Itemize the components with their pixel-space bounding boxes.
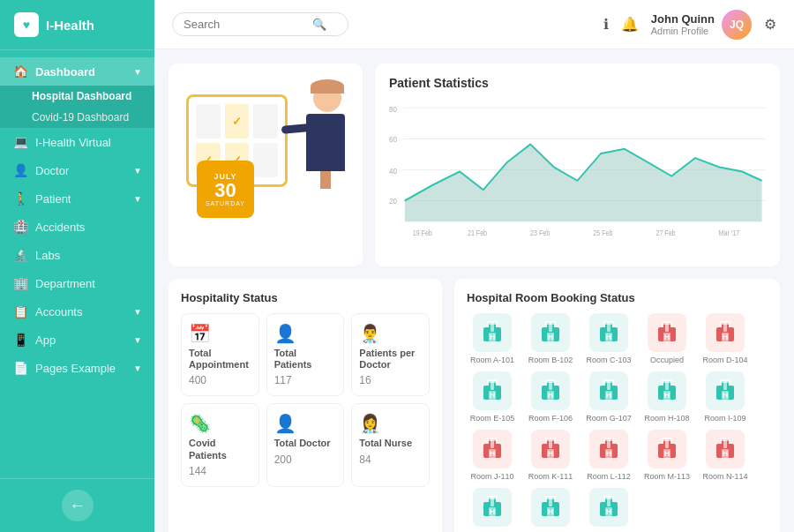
sidebar-item-app[interactable]: 📱 App ▼ xyxy=(0,326,154,354)
room-item[interactable]: H Room H-108 xyxy=(641,371,693,423)
hosp-label: Total Appointment xyxy=(189,348,251,371)
sidebar-item-pages[interactable]: 📄 Pages Example ▼ xyxy=(0,354,154,382)
chevron-down-icon: ▼ xyxy=(133,307,142,317)
sidebar-item-labs[interactable]: 🔬 Labs xyxy=(0,241,154,269)
sidebar-item-dashboard[interactable]: 🏠 Dashboard ▼ xyxy=(0,57,154,86)
patients-icon: 👤 xyxy=(274,323,337,344)
sidebar-sub-hospital[interactable]: Hospital Dashboard xyxy=(0,86,154,107)
gear-icon[interactable]: ⚙ xyxy=(764,16,776,33)
search-icon[interactable]: 🔍 xyxy=(312,18,326,31)
sidebar-item-label: Department xyxy=(35,277,95,290)
chevron-down-icon: ▼ xyxy=(133,363,142,373)
stats-card: Patient Statistics 80 60 40 20 xyxy=(375,64,780,266)
svg-text:H: H xyxy=(664,333,670,341)
app-icon: 📱 xyxy=(12,333,28,347)
sidebar-logo[interactable]: ♥ I-Health xyxy=(0,0,154,50)
hosp-item-patients: 👤 Total Patients 117 xyxy=(266,313,345,396)
sidebar-item-label: Dashboard xyxy=(35,65,95,79)
hosp-item-nurse: 👩‍⚕️ Total Nurse 84 xyxy=(351,403,430,486)
room-item[interactable]: H Room A-101 xyxy=(467,313,518,364)
header-user[interactable]: John Quinn Admin Profile JQ xyxy=(651,10,752,40)
bell-icon[interactable]: 🔔 xyxy=(621,16,639,33)
sidebar-item-label: Pages Example xyxy=(35,362,116,375)
info-icon[interactable]: ℹ xyxy=(603,16,609,33)
room-label: Room M-113 xyxy=(644,472,690,481)
chevron-down-icon: ▼ xyxy=(133,166,142,176)
room-item[interactable]: H Room Q-117 xyxy=(583,488,634,532)
hosp-label: Total Patients xyxy=(274,348,337,371)
room-item[interactable]: H Room G-107 xyxy=(583,371,634,423)
logo-text: I-Health xyxy=(46,18,94,33)
hosp-value: 84 xyxy=(359,453,422,466)
hosp-value: 16 xyxy=(359,374,422,386)
sidebar-item-accidents[interactable]: 🏥 Accidents xyxy=(0,213,154,241)
room-item[interactable]: H Room O-115 xyxy=(467,488,518,532)
sidebar-item-virtual[interactable]: 💻 I-Health Virtual xyxy=(0,128,154,156)
hosp-label: Total Doctor xyxy=(274,438,337,449)
room-item[interactable]: H Room M-113 xyxy=(641,430,693,481)
room-item[interactable]: H Room L-112 xyxy=(583,430,634,481)
svg-text:60: 60 xyxy=(389,135,397,145)
room-icon-wrap: H xyxy=(706,430,745,468)
room-item[interactable]: H Room F-106 xyxy=(525,371,576,423)
logo-icon: ♥ xyxy=(14,12,39,37)
svg-text:H: H xyxy=(548,449,554,458)
room-icon-wrap: H xyxy=(589,488,628,527)
search-input[interactable] xyxy=(184,18,307,31)
svg-rect-71 xyxy=(720,379,730,383)
room-label: Room C-103 xyxy=(586,356,631,364)
svg-text:H: H xyxy=(548,391,554,400)
calendar-illustration: ✓ ✓ ✓ JULY 30 SATURDAY xyxy=(177,77,354,253)
chevron-down-icon: ▼ xyxy=(133,194,142,204)
search-box[interactable]: 🔍 xyxy=(172,12,348,36)
svg-rect-89 xyxy=(603,438,614,441)
room-item[interactable]: H Room J-110 xyxy=(467,430,518,481)
svg-text:H: H xyxy=(723,333,729,341)
room-item[interactable]: H Room E-105 xyxy=(467,371,518,423)
svg-rect-83 xyxy=(545,438,556,441)
room-item[interactable]: H Room P-116 xyxy=(525,488,576,532)
patient-icon: 🚶 xyxy=(12,191,28,206)
sidebar-item-accounts[interactable]: 📋 Accounts ▼ xyxy=(0,297,154,326)
room-icon-wrap: H xyxy=(473,313,512,352)
sidebar-item-label: Doctor xyxy=(35,164,69,177)
sidebar-item-department[interactable]: 🏢 Department xyxy=(0,269,154,297)
accounts-icon: 📋 xyxy=(12,304,28,318)
sidebar-item-doctor[interactable]: 👤 Doctor ▼ xyxy=(0,156,154,184)
rooms-title: Hospital Room Booking Status xyxy=(467,291,768,304)
svg-text:H: H xyxy=(723,449,729,458)
sidebar-sub-covid[interactable]: Covid-19 Dashboard xyxy=(0,107,154,128)
room-item[interactable]: H Room D-104 xyxy=(700,313,751,364)
svg-rect-23 xyxy=(545,321,556,325)
svg-text:23 Feb: 23 Feb xyxy=(530,229,550,237)
svg-rect-41 xyxy=(720,321,730,325)
room-item[interactable]: H Room K-111 xyxy=(525,430,576,481)
sidebar: ♥ I-Health 🏠 Dashboard ▼ Hospital Dashbo… xyxy=(0,0,154,532)
chevron-down-icon: ▼ xyxy=(133,67,142,77)
svg-rect-47 xyxy=(487,379,498,383)
room-item[interactable]: H Room B-102 xyxy=(525,313,576,364)
room-item[interactable]: H Room I-109 xyxy=(700,371,751,423)
svg-text:H: H xyxy=(490,507,496,516)
svg-text:80: 80 xyxy=(389,105,397,115)
svg-rect-119 xyxy=(603,496,614,499)
rooms-card: Hospital Room Booking Status H Room A-10… xyxy=(454,279,780,532)
content-area: ✓ ✓ ✓ JULY 30 SATURDAY xyxy=(154,49,794,532)
room-item[interactable]: H Occupied xyxy=(641,313,693,364)
svg-text:H: H xyxy=(490,333,496,341)
room-label: Room L-112 xyxy=(587,472,631,481)
svg-rect-53 xyxy=(545,379,556,383)
back-button[interactable]: ← xyxy=(62,490,94,521)
hosp-label: Patients per Doctor xyxy=(359,348,422,371)
sidebar-item-patient[interactable]: 🚶 Patient ▼ xyxy=(0,184,154,213)
per-doctor-icon: 👨‍⚕️ xyxy=(359,323,422,344)
hosp-value: 144 xyxy=(189,465,251,477)
main-content: 🔍 ℹ 🔔 John Quinn Admin Profile JQ ⚙ xyxy=(154,0,794,532)
room-item[interactable]: H Room N-114 xyxy=(700,430,751,481)
svg-text:H: H xyxy=(548,507,554,516)
sidebar-nav: 🏠 Dashboard ▼ Hospital Dashboard Covid-1… xyxy=(0,50,154,478)
home-icon: 🏠 xyxy=(12,64,28,79)
department-icon: 🏢 xyxy=(12,276,28,290)
svg-text:20: 20 xyxy=(389,196,397,206)
room-item[interactable]: H Room C-103 xyxy=(583,313,634,364)
